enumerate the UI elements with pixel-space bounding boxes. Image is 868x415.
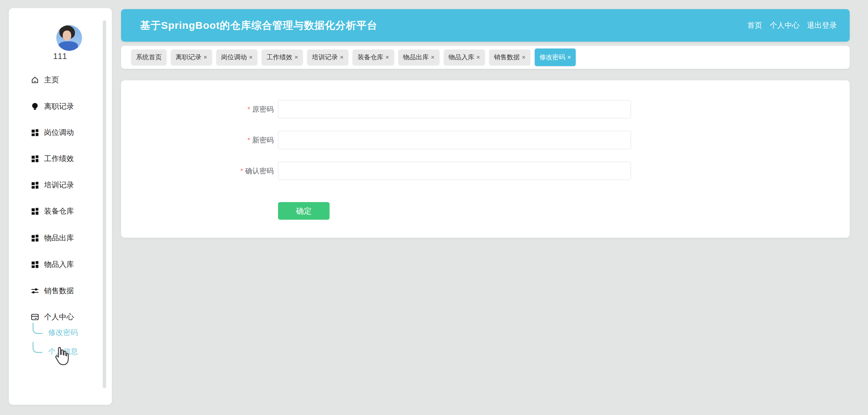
sidebar: 111 主页 离职记录 岗位调动 工作绩效 培训记录 装备仓库 (9, 8, 112, 405)
required-mark: * (248, 136, 250, 144)
app-header: 基于SpringBoot的仓库综合管理与数据化分析平台 首页 个人中心 退出登录 (121, 9, 850, 42)
tab-bar: 系统首页 离职记录× 岗位调动× 工作绩效× 培训记录× 装备仓库× 物品出库×… (121, 46, 850, 69)
avatar-shirt (58, 41, 78, 51)
sidebar-item-personal-center[interactable]: 个人中心 (9, 310, 112, 324)
grid-icon (31, 181, 39, 190)
sidebar-item-label: 装备仓库 (44, 206, 74, 216)
close-icon[interactable]: × (203, 54, 207, 61)
sidebar-item-sales[interactable]: 销售数据 (9, 283, 112, 298)
tab-label: 工作绩效 (267, 53, 292, 62)
close-icon[interactable]: × (567, 54, 571, 61)
tab-label: 物品入库 (449, 53, 474, 62)
old-password-label: *原密码 (165, 100, 274, 118)
sidebar-item-label: 物品入库 (44, 259, 74, 270)
sidebar-item-outbound[interactable]: 物品出库 (9, 231, 112, 245)
sidebar-item-label: 主页 (44, 75, 59, 85)
new-password-label: *新密码 (165, 131, 274, 149)
nav-home-link[interactable]: 首页 (747, 20, 762, 31)
sidebar-subitem-personal-info[interactable]: 个人信息 (48, 345, 78, 358)
home-icon (31, 76, 39, 84)
tab-label: 岗位调动 (221, 53, 247, 62)
close-icon[interactable]: × (431, 54, 435, 61)
sidebar-item-label: 培训记录 (44, 180, 74, 190)
header-nav: 首页 个人中心 退出登录 (747, 20, 837, 31)
close-icon[interactable]: × (340, 54, 343, 61)
tab-label: 装备仓库 (357, 53, 383, 62)
tab-sales[interactable]: 销售数据× (489, 50, 530, 65)
avatar-face (63, 31, 71, 41)
avatar[interactable] (56, 25, 82, 51)
tab-label: 销售数据 (494, 53, 520, 62)
tab-performance[interactable]: 工作绩效× (262, 50, 303, 65)
submenu-connector (33, 342, 42, 353)
grid-icon (31, 128, 39, 137)
required-mark: * (240, 167, 243, 175)
tab-change-password[interactable]: 修改密码× (535, 48, 576, 66)
tab-inbound[interactable]: 物品入库× (444, 50, 485, 65)
sidebar-item-inbound[interactable]: 物品入库 (9, 257, 112, 272)
sidebar-item-home[interactable]: 主页 (9, 73, 112, 87)
sidebar-subitem-change-password[interactable]: 修改密码 (48, 327, 78, 339)
close-icon[interactable]: × (522, 54, 526, 61)
grid-icon (31, 154, 39, 163)
close-icon[interactable]: × (385, 54, 389, 61)
tab-label: 修改密码 (539, 53, 565, 62)
grid-icon (31, 234, 39, 242)
close-icon[interactable]: × (476, 54, 480, 61)
card-icon (31, 313, 39, 321)
tab-outbound[interactable]: 物品出库× (398, 50, 439, 65)
sidebar-item-label: 物品出库 (44, 233, 74, 243)
grid-icon (31, 207, 39, 216)
page-title: 基于SpringBoot的仓库综合管理与数据化分析平台 (140, 19, 377, 33)
sidebar-item-label: 离职记录 (44, 101, 74, 112)
sidebar-item-transfer[interactable]: 岗位调动 (9, 125, 112, 140)
bulb-icon (31, 102, 39, 111)
tab-transfer[interactable]: 岗位调动× (216, 50, 257, 65)
submenu-item-label: 修改密码 (48, 328, 78, 338)
sidebar-item-label: 销售数据 (44, 286, 74, 296)
sidebar-scrollbar[interactable] (103, 20, 106, 388)
tab-training[interactable]: 培训记录× (307, 50, 348, 65)
close-icon[interactable]: × (294, 54, 298, 61)
sidebar-item-label: 岗位调动 (44, 127, 74, 138)
submenu-connector (33, 323, 42, 334)
sidebar-item-label: 个人中心 (44, 312, 74, 322)
submenu-item-label: 个人信息 (48, 347, 78, 357)
new-password-input[interactable] (278, 131, 631, 149)
close-icon[interactable]: × (249, 54, 253, 61)
nav-logout-link[interactable]: 退出登录 (807, 20, 837, 31)
tab-label: 培训记录 (312, 53, 338, 62)
confirm-password-label: *确认密码 (165, 162, 274, 180)
required-mark: * (248, 105, 250, 113)
change-password-panel: *原密码 *新密码 *确认密码 确定 (121, 80, 850, 238)
tab-label: 系统首页 (136, 53, 162, 62)
tab-equipment[interactable]: 装备仓库× (353, 50, 394, 65)
sliders-icon (31, 286, 39, 295)
tab-resignation[interactable]: 离职记录× (171, 50, 212, 65)
confirm-password-input[interactable] (278, 162, 631, 180)
tab-label: 物品出库 (403, 53, 429, 62)
tab-system-home[interactable]: 系统首页 (131, 50, 166, 65)
sidebar-item-equipment[interactable]: 装备仓库 (9, 204, 112, 219)
nav-personal-center-link[interactable]: 个人中心 (770, 20, 800, 31)
old-password-input[interactable] (278, 100, 631, 118)
sidebar-item-resignation[interactable]: 离职记录 (9, 99, 112, 114)
tab-label: 离职记录 (176, 53, 201, 62)
sidebar-item-performance[interactable]: 工作绩效 (9, 151, 112, 166)
confirm-button[interactable]: 确定 (278, 202, 330, 220)
sidebar-item-training[interactable]: 培训记录 (9, 178, 112, 193)
username: 111 (9, 52, 112, 61)
grid-icon (31, 260, 39, 269)
sidebar-item-label: 工作绩效 (44, 154, 74, 164)
